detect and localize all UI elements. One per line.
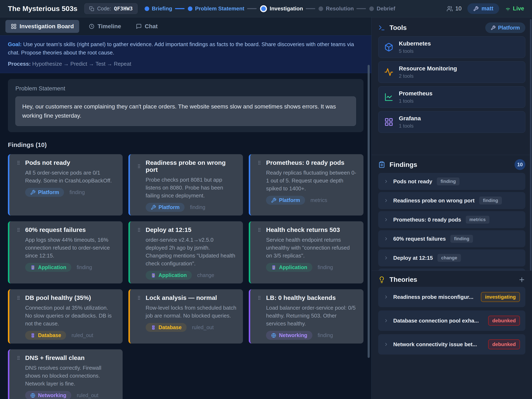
add-theory-button[interactable] bbox=[518, 276, 525, 283]
wifi-icon bbox=[505, 6, 511, 12]
finding-card[interactable]: Deploy at 12:15 order-service v2.4.1→v2.… bbox=[128, 221, 243, 284]
sidebar-finding-row[interactable]: Health check returns 503 finding bbox=[378, 268, 525, 271]
users-icon bbox=[447, 6, 453, 12]
chevron-right-icon[interactable] bbox=[384, 198, 389, 203]
team-badge: Networking bbox=[25, 391, 71, 399]
finding-card-title: LB: 0 healthy backends bbox=[266, 294, 336, 301]
online-count-value: 10 bbox=[455, 5, 462, 12]
team-badge: Platform bbox=[266, 196, 305, 205]
chevron-right-icon[interactable] bbox=[384, 294, 389, 299]
sidebar-theory-row[interactable]: Readiness probe misconfigur... investiga… bbox=[378, 287, 525, 307]
wrench-icon bbox=[30, 190, 36, 195]
drag-handle-icon[interactable] bbox=[137, 227, 141, 232]
sidebar-finding-title: Pods not ready bbox=[393, 178, 432, 185]
drag-handle-icon[interactable] bbox=[257, 295, 262, 300]
drag-handle-icon[interactable] bbox=[16, 160, 21, 165]
sidebar-finding-tag: change bbox=[437, 254, 461, 262]
sidebar-finding-row[interactable]: Prometheus: 0 ready pods metrics bbox=[378, 211, 525, 228]
stepper-step: Problem Statement bbox=[188, 5, 257, 12]
sidebar-finding-row[interactable]: Deploy at 12:15 change bbox=[378, 249, 525, 266]
session-code-chip[interactable]: Code: QF3HW3 bbox=[84, 3, 137, 14]
grid-icon bbox=[384, 117, 393, 127]
chevron-right-icon[interactable] bbox=[384, 342, 389, 347]
finding-card-head: LB: 0 healthy backends bbox=[257, 294, 357, 301]
finding-card[interactable]: Readiness probe on wrong port Probe chec… bbox=[128, 154, 243, 215]
team-badge: Application bbox=[25, 263, 71, 272]
drag-handle-icon[interactable] bbox=[16, 355, 21, 360]
drag-handle-icon[interactable] bbox=[137, 295, 141, 300]
role-label: Platform bbox=[498, 25, 520, 31]
chevron-right-icon[interactable] bbox=[384, 236, 389, 241]
sidebar-scrollbar-thumb[interactable] bbox=[530, 19, 532, 271]
finding-card[interactable]: DNS + firewall clean DNS resolves correc… bbox=[8, 349, 123, 399]
finding-card-body: Row-level locks from scheduled batch job… bbox=[137, 304, 236, 320]
globe-icon bbox=[30, 393, 36, 398]
tool-item[interactable]: Grafana 1 tools bbox=[378, 111, 525, 133]
workspace: Investigation Board Timeline Chat Goal: … bbox=[0, 18, 532, 399]
chevron-right-icon[interactable] bbox=[384, 179, 389, 184]
drag-handle-icon[interactable] bbox=[16, 227, 21, 232]
finding-card[interactable]: DB pool healthy (35%) Connection pool at… bbox=[8, 289, 123, 343]
finding-kind-tag: finding bbox=[190, 204, 205, 210]
tool-item[interactable]: Kubernetes 5 tools bbox=[378, 36, 525, 58]
finding-card[interactable]: Health check returns 503 Service health … bbox=[249, 221, 363, 284]
tab[interactable]: Chat bbox=[131, 20, 163, 33]
sidebar-finding-row[interactable]: Readiness probe on wrong port finding bbox=[378, 192, 525, 209]
finding-card-body: Connection pool at 35% utilization. No s… bbox=[16, 304, 116, 328]
drag-handle-icon[interactable] bbox=[16, 295, 21, 300]
problem-statement-text: Hey, our customers are complaining they … bbox=[15, 96, 356, 126]
finding-card[interactable]: LB: 0 healthy backends Load balancer ord… bbox=[249, 289, 363, 343]
finding-card-body: All 5 order-service pods are 0/1 Ready. … bbox=[16, 169, 116, 184]
sidebar-finding-row[interactable]: Pods not ready finding bbox=[378, 173, 525, 190]
team-badge-label: Platform bbox=[38, 189, 59, 195]
tool-count: 1 tools bbox=[399, 98, 432, 104]
grid-icon bbox=[11, 24, 17, 29]
finding-kind-tag: ruled_out bbox=[71, 332, 93, 338]
finding-card-title: Readiness probe on wrong port bbox=[146, 159, 236, 173]
tool-item[interactable]: Resource Monitoring 2 tools bbox=[378, 61, 525, 83]
finding-card[interactable]: Lock analysis — normal Row-level locks f… bbox=[128, 289, 243, 343]
finding-card-head: DNS + firewall clean bbox=[16, 354, 116, 361]
tab[interactable]: Investigation Board bbox=[5, 20, 79, 33]
phase-stepper: Briefing Problem Statement Investigation… bbox=[145, 5, 395, 12]
sidebar-finding-row[interactable]: 60% request failures finding bbox=[378, 230, 525, 247]
finding-card-body: order-service v2.4.1→v2.5.0 deployed 2h … bbox=[137, 236, 236, 267]
finding-card[interactable]: Prometheus: 0 ready pods Ready replicas … bbox=[249, 154, 363, 215]
sidebar-theory-row[interactable]: Network connectivity issue bet... debunk… bbox=[378, 334, 525, 355]
goal-line: Goal: Use your team's skills (right pane… bbox=[8, 40, 363, 57]
main-scrollbar-thumb[interactable] bbox=[368, 65, 370, 358]
drag-handle-icon[interactable] bbox=[137, 164, 141, 169]
step-label: Debrief bbox=[377, 5, 395, 12]
tool-name: Prometheus bbox=[399, 90, 432, 97]
drag-handle-icon[interactable] bbox=[257, 160, 262, 165]
chevron-right-icon[interactable] bbox=[384, 255, 389, 260]
tab-label: Timeline bbox=[97, 23, 121, 30]
cabinet-icon bbox=[30, 333, 36, 338]
tool-item[interactable]: Prometheus 1 tools bbox=[378, 86, 525, 108]
sidebar-finding-title: Prometheus: 0 ready pods bbox=[393, 216, 461, 223]
wrench-icon bbox=[491, 25, 496, 30]
finding-kind-tag: finding bbox=[70, 189, 85, 195]
right-sidebar: Tools Platform Kubernetes 5 tools Resour… bbox=[371, 18, 532, 399]
chevron-right-icon[interactable] bbox=[384, 318, 389, 323]
finding-card-footer: Database ruled_out bbox=[137, 323, 236, 332]
sidebar-theories-title: Theories bbox=[389, 276, 417, 284]
sidebar-theory-title: Readiness probe misconfigur... bbox=[393, 294, 473, 300]
sidebar-finding-tag: finding bbox=[479, 196, 502, 204]
step-dot-icon bbox=[188, 6, 192, 11]
tool-text: Prometheus 1 tools bbox=[399, 90, 432, 104]
finding-card[interactable]: 60% request failures App logs show 44% t… bbox=[8, 221, 123, 284]
theory-status-badge: investigating bbox=[481, 292, 520, 302]
finding-card[interactable]: Pods not ready All 5 order-service pods … bbox=[8, 154, 123, 215]
drag-handle-icon[interactable] bbox=[257, 227, 262, 232]
team-badge-label: Networking bbox=[279, 332, 307, 338]
sidebar-theory-row[interactable]: Database connection pool exha... debunke… bbox=[378, 310, 525, 331]
tab-label: Investigation Board bbox=[19, 23, 74, 30]
cabinet-icon bbox=[151, 325, 156, 330]
team-badge: Platform bbox=[25, 188, 64, 197]
clipboard-icon bbox=[378, 161, 385, 168]
tool-name: Grafana bbox=[399, 115, 421, 122]
chevron-right-icon[interactable] bbox=[384, 217, 389, 222]
sidebar-theories-section: Theories Readiness probe misconfigur... … bbox=[372, 271, 532, 399]
tab[interactable]: Timeline bbox=[83, 20, 126, 33]
